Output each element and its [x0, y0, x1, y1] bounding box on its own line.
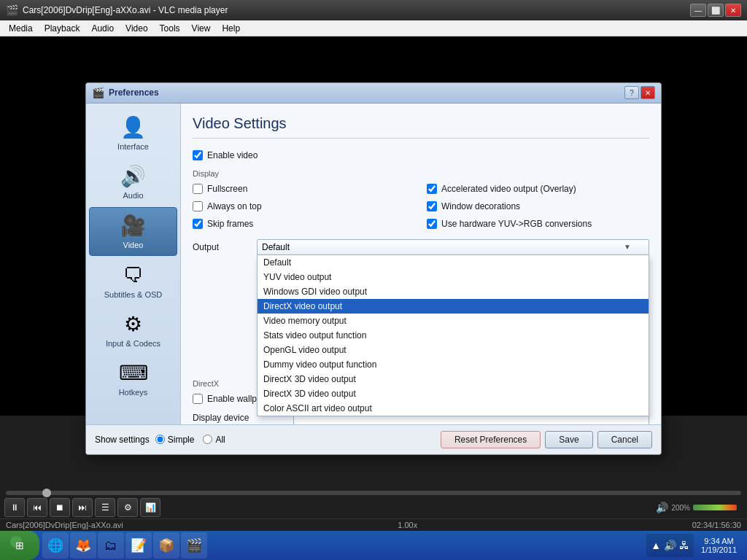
time-display: 9:34 AM: [701, 537, 737, 545]
simple-radio-item[interactable]: Simple: [155, 435, 195, 445]
sidebar-item-audio[interactable]: 🔊 Audio: [89, 158, 177, 206]
sidebar-item-input[interactable]: ⚙ Input & Codecs: [89, 306, 177, 354]
skip-frames-checkbox[interactable]: [193, 219, 203, 229]
taskbar-right: ▲ 🔊 🖧 9:34 AM 1/19/2011: [646, 534, 741, 557]
sidebar-item-subtitles[interactable]: 🗨 Subtitles & OSD: [89, 257, 177, 305]
accelerated-row: Accelerated video output (Overlay): [427, 184, 649, 194]
show-settings-area: Show settings Simple All: [95, 435, 225, 445]
output-label: Output: [193, 239, 251, 252]
simple-radio-label: Simple: [168, 435, 195, 445]
taskbar-time[interactable]: 9:34 AM 1/19/2011: [697, 535, 741, 556]
settings-radio-group: Simple All: [155, 435, 225, 445]
subtitles-icon: 🗨: [123, 263, 144, 287]
taskbar-package-icon[interactable]: 📦: [153, 532, 179, 559]
vlc-title-text: Cars[2006]DvDrip[Eng]-aXXo.avi - VLC med…: [23, 5, 228, 15]
dropdown-option-dx3d-1[interactable]: DirectX 3D video output: [258, 372, 649, 386]
vlc-window-controls: — ⬜ ✕: [690, 4, 741, 17]
taskbar-folder-icon[interactable]: 🗂: [98, 532, 124, 559]
hardware-yuv-label[interactable]: Use hardware YUV->RGB conversions: [441, 219, 592, 229]
output-dropdown-list: Default YUV video output Windows GDI vid…: [257, 255, 649, 416]
taskbar-icons: 🌐 🦊 🗂 📝 📦 🎬: [42, 532, 646, 559]
cancel-button[interactable]: Cancel: [597, 431, 652, 448]
always-on-top-label[interactable]: Always on top: [207, 201, 262, 211]
taskbar-word-icon[interactable]: 📝: [125, 532, 152, 559]
save-button[interactable]: Save: [545, 431, 592, 448]
accelerated-label[interactable]: Accelerated video output (Overlay): [441, 184, 576, 194]
taskbar-ie-icon[interactable]: 🌐: [42, 532, 69, 559]
output-dropdown[interactable]: Default ▼: [257, 239, 649, 255]
tray-sound-icon[interactable]: 🔊: [664, 540, 676, 551]
dropdown-option-stats[interactable]: Stats video output function: [258, 328, 649, 343]
window-decorations-checkbox[interactable]: [427, 201, 437, 211]
dropdown-option-yuv[interactable]: YUV video output: [258, 270, 649, 284]
output-selected-text: Default: [262, 242, 290, 252]
dropdown-option-directx[interactable]: DirectX video output: [258, 299, 649, 314]
hotkeys-icon: ⌨: [119, 361, 148, 385]
hardware-yuv-row: Use hardware YUV->RGB conversions: [427, 219, 649, 229]
vlc-title-icon: 🎬: [6, 4, 18, 16]
sidebar: 👤 Interface 🔊 Audio 🎥 Video 🗨 Subtitles …: [86, 104, 181, 424]
output-row: Output Default ▼ Default YUV video outpu…: [193, 239, 649, 255]
sidebar-item-interface[interactable]: 👤 Interface: [89, 109, 177, 157]
enable-video-row: Enable video: [193, 150, 649, 160]
dialog-close-button[interactable]: ✕: [640, 86, 655, 99]
tray-up-icon[interactable]: ▲: [651, 540, 661, 551]
start-button[interactable]: ⊞: [0, 531, 39, 560]
dropdown-option-dummy[interactable]: Dummy video output function: [258, 357, 649, 372]
sidebar-item-video[interactable]: 🎥 Video: [89, 207, 177, 256]
enable-video-checkbox[interactable]: [193, 150, 203, 160]
footer-buttons: Reset Preferences Save Cancel: [441, 431, 652, 448]
tray-network-icon[interactable]: 🖧: [679, 540, 689, 551]
fullscreen-label[interactable]: Fullscreen: [207, 184, 247, 194]
dialog-overlay: 🎬 Preferences ? ✕ 👤 Interface 🔊 Audio: [0, 20, 747, 560]
always-on-top-checkbox[interactable]: [193, 201, 203, 211]
minimize-button[interactable]: —: [690, 4, 706, 17]
reset-preferences-button[interactable]: Reset Preferences: [441, 431, 541, 448]
output-dropdown-container: Default ▼ Default YUV video output Windo…: [257, 239, 649, 255]
simple-radio[interactable]: [155, 435, 165, 444]
main-content: Video Settings Enable video Display Full…: [181, 104, 661, 424]
sidebar-item-hotkeys[interactable]: ⌨ Hotkeys: [89, 355, 177, 402]
interface-icon: 👤: [120, 115, 146, 139]
dropdown-option-default[interactable]: Default: [258, 255, 649, 270]
window-decorations-row: Window decorations: [427, 201, 649, 211]
hotkeys-label: Hotkeys: [119, 388, 148, 397]
all-radio[interactable]: [203, 435, 212, 444]
hardware-yuv-checkbox[interactable]: [427, 219, 437, 229]
dropdown-option-videomem[interactable]: Video memory output: [258, 314, 649, 328]
maximize-button[interactable]: ⬜: [708, 4, 724, 17]
audio-icon: 🔊: [120, 164, 146, 188]
dropdown-option-gdi[interactable]: Windows GDI video output: [258, 284, 649, 299]
fullscreen-checkbox[interactable]: [193, 184, 203, 194]
dialog-body: 👤 Interface 🔊 Audio 🎥 Video 🗨 Subtitles …: [86, 104, 661, 424]
dialog-footer: Show settings Simple All Reset Preferenc…: [86, 424, 661, 454]
skip-frames-label[interactable]: Skip frames: [207, 219, 253, 229]
enable-video-label[interactable]: Enable video: [207, 150, 258, 160]
fullscreen-row: Fullscreen: [193, 184, 415, 194]
dialog-help-button[interactable]: ?: [624, 86, 639, 99]
dropdown-option-ascii[interactable]: Color ASCII art video output: [258, 401, 649, 416]
dropdown-option-dx3d-2[interactable]: DirectX 3D video output: [258, 386, 649, 401]
wallpaper-checkbox[interactable]: [193, 394, 203, 404]
display-section-label: Display: [193, 169, 649, 178]
all-radio-item[interactable]: All: [203, 435, 225, 445]
taskbar-firefox-icon[interactable]: 🦊: [70, 532, 96, 559]
close-button[interactable]: ✕: [725, 4, 741, 17]
vlc-titlebar: 🎬 Cars[2006]DvDrip[Eng]-aXXo.avi - VLC m…: [0, 0, 747, 20]
taskbar-vlc-icon[interactable]: 🎬: [181, 532, 207, 559]
dropdown-option-opengl[interactable]: OpenGL video output: [258, 343, 649, 357]
preferences-dialog: 🎬 Preferences ? ✕ 👤 Interface 🔊 Audio: [85, 82, 662, 455]
audio-label: Audio: [123, 191, 143, 200]
taskbar: ⊞ 🌐 🦊 🗂 📝 📦 🎬 ▲ 🔊 🖧 9:34 AM 1/19/2011: [0, 531, 747, 560]
accelerated-checkbox[interactable]: [427, 184, 437, 194]
show-settings-label: Show settings: [95, 435, 150, 445]
display-options: Fullscreen Accelerated video output (Ove…: [193, 184, 649, 233]
dialog-title-text: Preferences: [109, 88, 159, 98]
taskbar-tray: ▲ 🔊 🖧: [646, 534, 694, 557]
dialog-titlebar: 🎬 Preferences ? ✕: [86, 83, 661, 104]
video-label: Video: [123, 241, 144, 249]
window-decorations-label[interactable]: Window decorations: [441, 201, 520, 211]
input-label: Input & Codecs: [106, 339, 160, 348]
input-icon: ⚙: [124, 312, 142, 336]
svg-text:⊞: ⊞: [15, 540, 24, 551]
